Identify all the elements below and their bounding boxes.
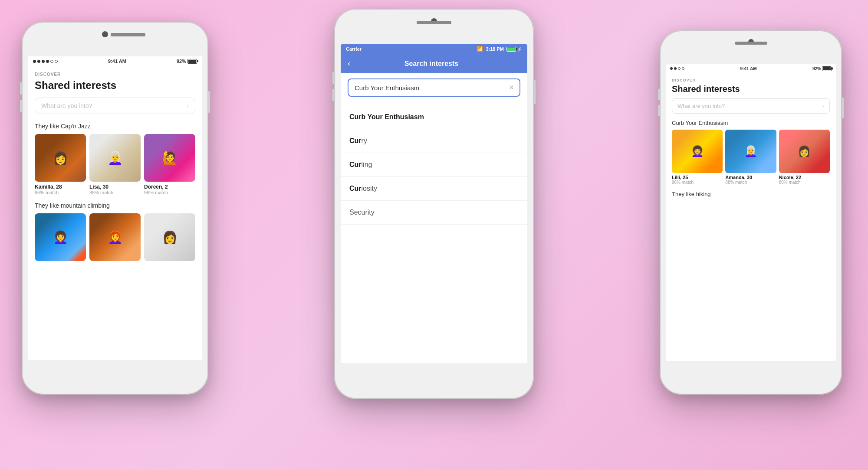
rdot-3 <box>678 67 681 70</box>
photo-nicole: 👩 <box>779 130 830 173</box>
result-bold-3: Cur <box>349 161 362 168</box>
right-screen: 9:41 AM 92% DISCOVER Shared interests Wh… <box>666 64 836 361</box>
section-capnjazz: They like Cap'n Jazz <box>28 123 202 134</box>
right-battery-fill <box>823 67 831 70</box>
result-curb-your-enthusiasm[interactable]: Curb Your Enthusiasm <box>341 105 527 129</box>
section-mountain: They like mountain climbing <box>28 202 202 213</box>
right-vol-up <box>658 89 660 100</box>
power-button <box>208 91 210 113</box>
profiles-row-1: 👩 Kamilla, 28 96% match 👩‍🦳 Lisa, 30 88%… <box>28 134 202 202</box>
left-status-bar: 9:41 AM 92% <box>28 56 202 66</box>
result-bold-4: Cur <box>349 185 362 192</box>
search-header: ‹ Search interests <box>341 54 527 73</box>
match-lilli: 96% match <box>672 180 723 185</box>
center-status-right: 📶 3:18 PM ⚡ <box>477 46 522 52</box>
photo-doreen: 🙋 <box>144 134 195 182</box>
center-vol-up <box>332 72 334 84</box>
right-app: DISCOVER Shared interests What are you i… <box>666 73 836 361</box>
match-amanda: 88% match <box>725 180 776 185</box>
photo-girl2: 👩‍🦰 <box>89 213 141 261</box>
match-kamilla: 96% match <box>35 190 86 195</box>
right-chevron-icon: › <box>822 103 824 109</box>
name-doreen: Doreen, 2 <box>144 184 195 190</box>
left-phone: 9:41 AM 92% DISCOVER Shared interests Wh… <box>22 22 208 395</box>
name-amanda: Amanda, 30 <box>725 175 776 180</box>
result-curry[interactable]: Curry <box>341 129 527 153</box>
profile-girl1[interactable]: 👩‍🦱 <box>35 213 86 263</box>
result-security[interactable]: Security <box>341 201 527 225</box>
discover-label: DISCOVER <box>28 66 202 79</box>
face-amanda: 👩‍🦳 <box>725 130 776 173</box>
photo-kamilla: 👩 <box>35 134 86 182</box>
center-battery-bar <box>506 47 516 52</box>
photo-amanda: 👩‍🦳 <box>725 130 776 173</box>
name-lilli: Lilli, 25 <box>672 175 723 180</box>
right-battery-area: 92% <box>812 66 832 71</box>
search-results-list: Curb Your Enthusiasm Curry Curling Curio… <box>341 102 527 363</box>
photo-lilli: 👩‍🦱 <box>672 130 723 173</box>
center-vol-down <box>332 89 334 101</box>
center-lightning: ⚡ <box>517 47 522 52</box>
profile-doreen[interactable]: 🙋 Doreen, 2 96% match <box>144 134 195 195</box>
right-search-bar[interactable]: What are you into? › <box>672 98 830 114</box>
right-profile-nicole[interactable]: 👩 Nicole, 22 80% match <box>779 130 830 185</box>
name-nicole: Nicole, 22 <box>779 175 830 180</box>
profile-girl2[interactable]: 👩‍🦰 <box>89 213 141 263</box>
center-phone: Carrier 📶 3:18 PM ⚡ ‹ Search interests <box>334 9 534 399</box>
face-lilli: 👩‍🦱 <box>672 130 723 173</box>
dot-1 <box>33 60 36 63</box>
right-battery-pct: 92% <box>812 66 821 71</box>
photo-girl3: 👩 <box>144 213 195 261</box>
match-doreen: 96% match <box>144 190 195 195</box>
face-girl1: 👩‍🦱 <box>35 213 86 261</box>
profiles-row-2: 👩‍🦱 👩‍🦰 👩 <box>28 213 202 270</box>
back-arrow-icon[interactable]: ‹ <box>348 59 350 68</box>
right-phone: 9:41 AM 92% DISCOVER Shared interests Wh… <box>660 30 842 395</box>
chevron-right-icon: › <box>187 102 189 109</box>
clear-search-button[interactable]: × <box>510 84 513 91</box>
search-placeholder: What are you into? <box>41 102 92 109</box>
search-bar[interactable]: What are you into? › <box>35 98 195 114</box>
photo-lisa: 👩‍🦳 <box>89 134 141 182</box>
rdot-2 <box>674 67 677 70</box>
result-curling[interactable]: Curling <box>341 153 527 177</box>
right-signal-dots <box>670 67 684 70</box>
right-search-placeholder: What are you into? <box>677 103 725 109</box>
face-lisa: 👩‍🦳 <box>89 134 141 182</box>
profile-kamilla[interactable]: 👩 Kamilla, 28 96% match <box>35 134 86 195</box>
dot-5 <box>50 60 53 63</box>
vol-down-button <box>20 100 22 112</box>
right-power <box>842 98 844 118</box>
match-lisa: 88% match <box>89 190 141 195</box>
result-curiosity[interactable]: Curiosity <box>341 177 527 201</box>
right-section2-label: They like hiking <box>666 191 836 201</box>
battery-pct: 92% <box>177 59 186 64</box>
signal-dots <box>33 60 58 63</box>
face-nicole: 👩 <box>779 130 830 173</box>
search-input-container[interactable]: Curb Your Enthusiasm × <box>348 78 520 97</box>
right-profile-amanda[interactable]: 👩‍🦳 Amanda, 30 88% match <box>725 130 776 185</box>
face-girl2: 👩‍🦰 <box>89 213 141 261</box>
left-speaker <box>111 33 145 36</box>
right-vol-down <box>658 105 660 116</box>
search-header-title: Search interests <box>355 60 507 68</box>
profile-lisa[interactable]: 👩‍🦳 Lisa, 30 88% match <box>89 134 141 195</box>
center-battery: ⚡ <box>506 47 522 52</box>
right-interest-label: Curb Your Enthusiasm <box>666 120 836 130</box>
right-battery-bar <box>822 66 832 71</box>
left-app: DISCOVER Shared interests What are you i… <box>28 66 202 360</box>
left-camera <box>102 31 108 37</box>
result-bold-1: Curb Your Enthusiasm <box>349 113 424 121</box>
dot-3 <box>42 60 45 63</box>
right-discover-title: Shared interests <box>666 84 836 98</box>
center-screen: Carrier 📶 3:18 PM ⚡ ‹ Search interests <box>341 44 527 363</box>
battery-fill <box>188 60 196 63</box>
dot-4 <box>46 60 49 63</box>
center-status-bar: Carrier 📶 3:18 PM ⚡ <box>341 44 527 54</box>
profile-girl3[interactable]: 👩 <box>144 213 195 263</box>
right-profile-lilli[interactable]: 👩‍🦱 Lilli, 25 96% match <box>672 130 723 185</box>
right-discover-label: DISCOVER <box>666 73 836 84</box>
center-time: 3:18 PM <box>486 46 504 52</box>
right-time: 9:41 AM <box>740 66 757 71</box>
right-profiles-row: 👩‍🦱 Lilli, 25 96% match 👩‍🦳 Amanda, 30 8… <box>666 130 836 191</box>
